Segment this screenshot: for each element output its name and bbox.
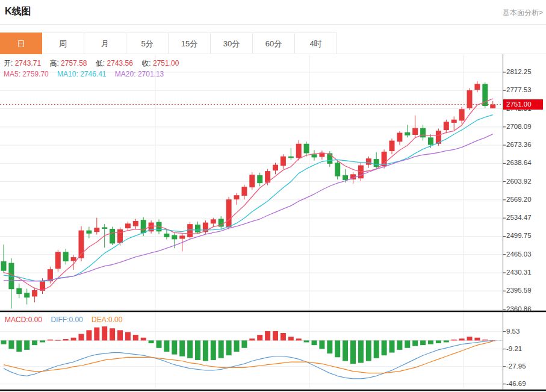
macd-bar: [16, 340, 22, 352]
candle: [420, 128, 426, 138]
candle: [312, 154, 317, 157]
candle: [110, 229, 115, 243]
macd-bar: [94, 328, 99, 341]
macd-bar: [55, 340, 61, 341]
candle: [451, 120, 457, 123]
tab-day[interactable]: 日: [0, 33, 42, 54]
macd-bar: [1, 340, 7, 344]
ma10-label: MA10:: [57, 70, 78, 78]
macd-bar: [110, 328, 115, 340]
tab-month[interactable]: 月: [84, 33, 126, 54]
candle: [71, 257, 76, 261]
open-value: 2743.71: [15, 59, 41, 67]
ma5-line: [4, 99, 493, 290]
macd-bar: [436, 340, 441, 343]
macd-label: MACD:: [5, 316, 28, 324]
macd-bar: [467, 337, 473, 340]
macd-bar: [412, 340, 418, 346]
candle: [55, 252, 61, 269]
macd-bar: [32, 340, 37, 345]
candle: [226, 199, 232, 227]
candle: [241, 187, 247, 196]
macd-bar: [63, 339, 69, 340]
macd-bar: [327, 340, 332, 353]
interval-tab-bar: 日 周 月 5分 15分 30分 60分 4时: [0, 33, 546, 54]
candle: [257, 175, 262, 183]
macd-bar: [273, 331, 278, 341]
candle: [172, 235, 177, 239]
dea-label: DEA:: [92, 316, 108, 324]
macd-bar: [195, 340, 200, 360]
candle: [412, 128, 418, 135]
candle: [474, 84, 480, 90]
macd-bar: [420, 340, 426, 345]
macd-bar: [428, 340, 433, 344]
macd-bar: [172, 340, 177, 354]
tab-4hour[interactable]: 4时: [295, 33, 337, 54]
candle: [1, 261, 7, 271]
candle: [164, 234, 169, 237]
candle: [234, 195, 240, 199]
tab-week[interactable]: 周: [42, 33, 84, 54]
macd-bar: [366, 340, 371, 361]
candle: [141, 220, 146, 233]
tab-5min[interactable]: 5分: [126, 33, 169, 54]
candle: [125, 223, 131, 228]
macd-bar: [459, 338, 465, 340]
macd-bar: [335, 340, 340, 357]
ma-readout: MA5: 2759.70 MA10: 2746.41 MA20: 2701.13: [4, 70, 170, 78]
low-value: 2743.56: [107, 59, 133, 67]
low-label: 低:: [96, 59, 105, 67]
macd-bar: [86, 330, 92, 340]
axis-tick-label: 2638.64: [506, 159, 532, 166]
candle: [63, 252, 69, 261]
macd-bar: [249, 338, 255, 340]
candle: [24, 293, 29, 297]
candle: [288, 157, 294, 158]
macd-bar: [219, 340, 224, 358]
tab-30min[interactable]: 30分: [211, 33, 253, 54]
candle: [211, 219, 216, 223]
ma5-label: MA5:: [4, 70, 20, 78]
macd-bar: [257, 335, 262, 340]
axis-tick-label: 2395.59: [506, 287, 532, 294]
current-price-badge: 2751.00: [503, 99, 543, 110]
macd-bar: [382, 340, 387, 355]
macd-bar: [389, 340, 395, 352]
candle: [444, 122, 449, 130]
ma5-value: 2759.70: [22, 70, 48, 78]
macd-bar: [179, 340, 185, 356]
candle: [281, 157, 286, 166]
candle: [94, 228, 99, 232]
tab-60min[interactable]: 60分: [253, 33, 295, 54]
candle: [467, 90, 473, 108]
axis-tick-label: -9.21: [506, 345, 522, 352]
axis-tick-label: 9.53: [506, 328, 520, 335]
axis-tick-label: 2569.20: [506, 196, 532, 203]
macd-bar: [241, 340, 247, 347]
macd-bar: [312, 340, 317, 345]
candle: [366, 158, 371, 164]
kline-page: K线图 基本面分析> 日 周 月 5分 15分 30分 60分 4时 开: 27…: [0, 0, 546, 392]
candle: [327, 153, 332, 163]
macd-bar: [141, 338, 146, 341]
tab-15min[interactable]: 15分: [169, 33, 211, 54]
candle: [179, 235, 185, 238]
axis-tick-label: 2777.53: [506, 86, 532, 93]
diff-line: [4, 340, 493, 379]
macd-bar: [482, 340, 488, 341]
axis-tick-label: 2465.03: [506, 250, 532, 258]
candle: [16, 288, 22, 294]
macd-bar: [374, 340, 379, 358]
ma10-value: 2746.41: [80, 70, 106, 78]
candle: [32, 290, 37, 296]
high-label: 高:: [49, 59, 58, 67]
macd-bar: [102, 326, 107, 340]
axis-tick-label: 2673.36: [506, 141, 532, 148]
macd-bar: [304, 340, 309, 342]
candle: [374, 159, 379, 167]
candle: [117, 229, 123, 243]
macd-bar: [187, 340, 193, 358]
candle: [249, 175, 255, 187]
macd-bar: [211, 340, 216, 360]
